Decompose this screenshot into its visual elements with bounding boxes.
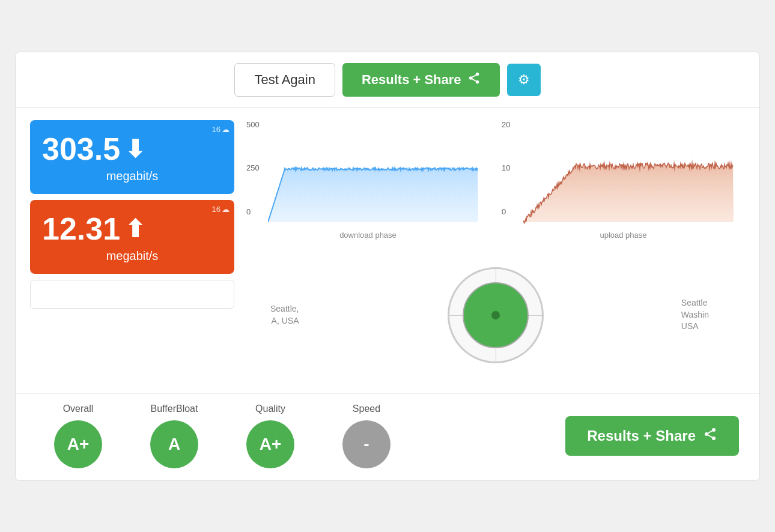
download-chart-wrapper: 500 250 0: [246, 120, 490, 228]
download-chart: [268, 120, 478, 228]
upload-chart-container: 20 10 0 upload phase: [502, 120, 745, 240]
cloud-icon: ☁: [222, 125, 229, 134]
svg-line-9: [708, 431, 713, 433]
grade-quality-circle: A+: [246, 420, 294, 468]
ping-target: [448, 267, 544, 363]
location-left: Seattle,A, USA: [270, 303, 299, 327]
grade-speed: Speed -: [318, 404, 415, 468]
svg-point-6: [705, 432, 708, 436]
grade-overall-label: Overall: [63, 404, 94, 414]
download-unit: megabit/s: [42, 169, 222, 183]
upload-chart-wrapper: 20 10 0: [502, 120, 745, 228]
results-share-label: Results + Share: [362, 72, 461, 88]
cloud-icon-upload: ☁: [222, 205, 229, 214]
download-y-axis: 500 250 0: [246, 120, 260, 228]
results-share-bottom-button[interactable]: Results + Share: [565, 416, 739, 456]
svg-line-8: [708, 435, 713, 437]
test-again-button[interactable]: Test Again: [234, 63, 335, 97]
main-container: Test Again Results + Share ⚙ 16 ☁ 303.5 …: [15, 52, 760, 481]
charts-row: 500 250 0 download phase 20 10 0: [246, 120, 745, 240]
download-value: 303.5 ⬇: [42, 131, 222, 167]
grade-bufferbloat-circle: A: [150, 420, 198, 468]
upload-chart-label: upload phase: [502, 231, 745, 240]
grade-speed-label: Speed: [353, 404, 380, 414]
grade-quality: Quality A+: [222, 404, 318, 468]
download-speed-box: 16 ☁ 303.5 ⬇ megabit/s: [30, 120, 234, 194]
download-arrow-icon: ⬇: [125, 135, 145, 163]
grade-overall: Overall A+: [30, 404, 126, 468]
grades-row: Overall A+ BufferBloat A Quality A+ Spee…: [16, 393, 759, 480]
download-chart-container: 500 250 0 download phase: [246, 120, 490, 240]
grade-speed-circle: -: [342, 420, 391, 468]
empty-info-box: [30, 280, 234, 309]
download-thread-badge: 16 ☁: [212, 125, 229, 134]
left-panel: 16 ☁ 303.5 ⬇ megabit/s 16 ☁ 12.31 ⬆ m: [30, 120, 234, 381]
main-content: 16 ☁ 303.5 ⬇ megabit/s 16 ☁ 12.31 ⬆ m: [16, 108, 759, 393]
upload-chart: [523, 120, 734, 228]
header: Test Again Results + Share ⚙: [16, 52, 759, 108]
map-section: Seattle,A, USA SeattleWashinUSA: [246, 249, 745, 381]
svg-point-1: [469, 76, 472, 80]
svg-point-0: [475, 72, 479, 76]
upload-arrow-icon: ⬆: [125, 215, 145, 243]
share-icon: [467, 71, 481, 88]
svg-point-5: [712, 428, 716, 432]
grade-overall-circle: A+: [54, 420, 102, 468]
upload-speed-box: 16 ☁ 12.31 ⬆ megabit/s: [30, 200, 234, 274]
share-icon-bottom: [703, 427, 717, 445]
settings-button[interactable]: ⚙: [507, 64, 541, 96]
grade-bufferbloat-label: BufferBloat: [151, 404, 198, 414]
upload-y-axis: 20 10 0: [502, 120, 510, 228]
location-right: SeattleWashinUSA: [681, 297, 709, 333]
svg-point-7: [712, 437, 716, 440]
svg-line-4: [472, 74, 475, 77]
grade-bufferbloat: BufferBloat A: [126, 404, 222, 468]
results-share-bottom-label: Results + Share: [587, 428, 696, 444]
upload-value: 12.31 ⬆: [42, 211, 222, 247]
results-share-button[interactable]: Results + Share: [342, 63, 500, 97]
download-chart-label: download phase: [246, 231, 490, 240]
upload-thread-badge: 16 ☁: [212, 205, 229, 214]
grade-quality-label: Quality: [255, 404, 285, 414]
svg-line-3: [472, 79, 475, 81]
gear-icon: ⚙: [518, 72, 530, 87]
ping-dot: [491, 311, 500, 319]
right-panel: 500 250 0 download phase 20 10 0: [246, 120, 745, 381]
upload-unit: megabit/s: [42, 249, 222, 263]
svg-point-2: [475, 80, 479, 83]
ping-inner: [463, 282, 529, 348]
